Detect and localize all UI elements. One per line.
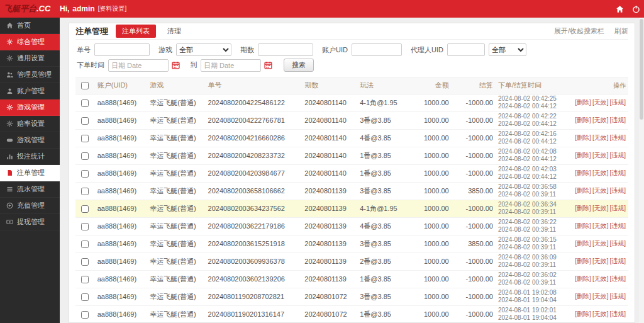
row-checkbox[interactable] bbox=[81, 258, 89, 266]
invalidate-order-link[interactable]: [无效] bbox=[592, 258, 609, 264]
tab-cleanup[interactable]: 清理 bbox=[161, 25, 187, 38]
invalidate-order-link[interactable]: [无效] bbox=[592, 293, 609, 300]
delete-order-link[interactable]: [删除] bbox=[575, 222, 591, 229]
cell-game: 幸运飞艇(普通) bbox=[147, 252, 205, 270]
delete-order-link[interactable]: [删除] bbox=[575, 99, 591, 106]
sidebar-item-10[interactable]: 流水管理 bbox=[0, 181, 60, 198]
sidebar-item-12[interactable]: 提现管理 bbox=[0, 214, 60, 230]
row-checkbox[interactable] bbox=[81, 188, 89, 195]
invalidate-order-link[interactable]: [无效] bbox=[592, 205, 609, 212]
row-checkbox[interactable] bbox=[81, 293, 89, 301]
delete-order-link[interactable]: [删除] bbox=[575, 293, 591, 300]
orders-tbody: aa888(1469)幸运飞艇(普通)202408020042254861222… bbox=[75, 94, 628, 323]
row-checkbox[interactable] bbox=[81, 223, 89, 230]
calendar-from-button[interactable] bbox=[170, 60, 181, 71]
delete-order-link[interactable]: [删除] bbox=[575, 275, 591, 282]
invalidate-order-link[interactable]: [无效] bbox=[592, 310, 609, 317]
account-uid-input[interactable] bbox=[352, 43, 402, 56]
invalidate-order-link[interactable]: [无效] bbox=[592, 99, 609, 106]
sidebar-item-4[interactable]: 账户管理 bbox=[0, 83, 60, 99]
sidebar-item-11[interactable]: 充值管理 bbox=[0, 198, 60, 214]
mark-violation-link[interactable]: [违规] bbox=[609, 293, 626, 300]
row-checkbox[interactable] bbox=[81, 135, 89, 142]
delete-order-link[interactable]: [删除] bbox=[575, 187, 591, 194]
invalidate-order-link[interactable]: [无效] bbox=[592, 275, 609, 282]
search-button[interactable]: 搜索 bbox=[284, 59, 314, 72]
mark-violation-link[interactable]: [违规] bbox=[609, 116, 626, 123]
cell-settle: -1000.00 bbox=[452, 217, 496, 235]
sidebar-item-7[interactable]: 游戏管理 bbox=[0, 132, 60, 149]
row-checkbox[interactable] bbox=[81, 117, 89, 125]
period-input[interactable] bbox=[258, 43, 313, 56]
delete-order-link[interactable]: [删除] bbox=[575, 134, 591, 141]
delete-order-link[interactable]: [删除] bbox=[575, 152, 591, 159]
mark-violation-link[interactable]: [违规] bbox=[609, 205, 626, 212]
calendar-to-button[interactable] bbox=[262, 60, 274, 71]
sidebar-item-0[interactable]: 首页 bbox=[0, 18, 60, 34]
sidebar-item-label: 注单管理 bbox=[17, 168, 45, 178]
row-checkbox[interactable] bbox=[81, 170, 89, 178]
username: admin bbox=[72, 4, 94, 13]
cell-order-no: 20240802004208233732 bbox=[206, 147, 303, 164]
invalidate-order-link[interactable]: [无效] bbox=[592, 169, 609, 176]
invalidate-order-link[interactable]: [无效] bbox=[592, 134, 609, 141]
tab-order-list[interactable]: 注单列表 bbox=[116, 25, 156, 38]
sidebar-item-label: 提现管理 bbox=[17, 217, 45, 227]
cell-game: 幸运飞艇(普通) bbox=[147, 164, 205, 182]
game-select[interactable]: 全部 bbox=[176, 43, 231, 56]
invalidate-order-link[interactable]: [无效] bbox=[592, 187, 609, 194]
sidebar-item-2[interactable]: 通用设置 bbox=[0, 50, 60, 67]
cell-order-no: 20240802004222766781 bbox=[206, 111, 303, 129]
invalidate-order-link[interactable]: [无效] bbox=[592, 116, 609, 123]
scrollbar[interactable] bbox=[639, 18, 644, 323]
mark-violation-link[interactable]: [违规] bbox=[609, 187, 626, 194]
mark-violation-link[interactable]: [违规] bbox=[609, 240, 626, 247]
home-button[interactable] bbox=[611, 0, 628, 18]
invalidate-order-link[interactable]: [无效] bbox=[592, 222, 609, 229]
row-checkbox[interactable] bbox=[81, 241, 89, 248]
date-to-input[interactable] bbox=[201, 59, 261, 72]
mark-violation-link[interactable]: [违规] bbox=[609, 99, 626, 106]
settle-time: 2024-08-02 00:39:11 bbox=[498, 208, 568, 216]
invalidate-order-link[interactable]: [无效] bbox=[592, 152, 609, 159]
invalidate-order-link[interactable]: [无效] bbox=[592, 240, 609, 247]
row-checkbox[interactable] bbox=[81, 276, 89, 283]
mark-violation-link[interactable]: [违规] bbox=[609, 310, 626, 317]
row-checkbox[interactable] bbox=[81, 152, 89, 160]
mark-violation-link[interactable]: [违规] bbox=[609, 275, 626, 282]
mark-violation-link[interactable]: [违规] bbox=[609, 152, 626, 159]
mark-violation-link[interactable]: [违规] bbox=[609, 134, 626, 141]
sidebar-item-8[interactable]: 投注统计 bbox=[0, 149, 60, 165]
delete-order-link[interactable]: [删除] bbox=[575, 116, 591, 123]
sidebar-item-6[interactable]: 赔率设置 bbox=[0, 116, 60, 132]
delete-order-link[interactable]: [删除] bbox=[575, 205, 591, 212]
date-from-input[interactable] bbox=[108, 59, 169, 72]
agent-uid-input[interactable] bbox=[447, 43, 485, 56]
status-select[interactable]: 全部 bbox=[489, 43, 526, 56]
users-icon bbox=[6, 71, 13, 78]
select-all-checkbox[interactable] bbox=[81, 82, 89, 89]
cell-settle: -1000.00 bbox=[452, 147, 496, 164]
scrollbar-thumb[interactable] bbox=[640, 19, 643, 120]
mark-violation-link[interactable]: [违规] bbox=[609, 222, 626, 229]
delete-order-link[interactable]: [删除] bbox=[575, 310, 591, 317]
row-checkbox[interactable] bbox=[81, 311, 89, 319]
sidebar-item-3[interactable]: 管理员管理 bbox=[0, 67, 60, 83]
logout-button[interactable] bbox=[628, 0, 644, 18]
profile-settings-link[interactable]: [资料设置] bbox=[98, 4, 127, 13]
sidebar-item-9[interactable]: 注单管理 bbox=[0, 165, 60, 181]
column-header: 玩法 bbox=[357, 77, 410, 94]
order-no-input[interactable] bbox=[94, 43, 150, 56]
refresh-link[interactable]: 刷新 bbox=[614, 26, 628, 36]
mark-violation-link[interactable]: [违规] bbox=[609, 169, 626, 176]
delete-order-link[interactable]: [删除] bbox=[575, 169, 591, 176]
greeting-area: Hi, admin [资料设置] bbox=[60, 4, 126, 13]
delete-order-link[interactable]: [删除] bbox=[575, 258, 591, 264]
delete-order-link[interactable]: [删除] bbox=[575, 240, 591, 247]
cell-amount: 1000.00 bbox=[410, 217, 452, 235]
toggle-search-link[interactable]: 展开/收起搜索栏 bbox=[554, 26, 604, 36]
row-checkbox[interactable] bbox=[81, 99, 89, 107]
settle-time: 2024-08-02 00:44:12 bbox=[498, 138, 568, 145]
mark-violation-link[interactable]: [违规] bbox=[609, 258, 626, 264]
row-checkbox[interactable] bbox=[81, 205, 89, 213]
